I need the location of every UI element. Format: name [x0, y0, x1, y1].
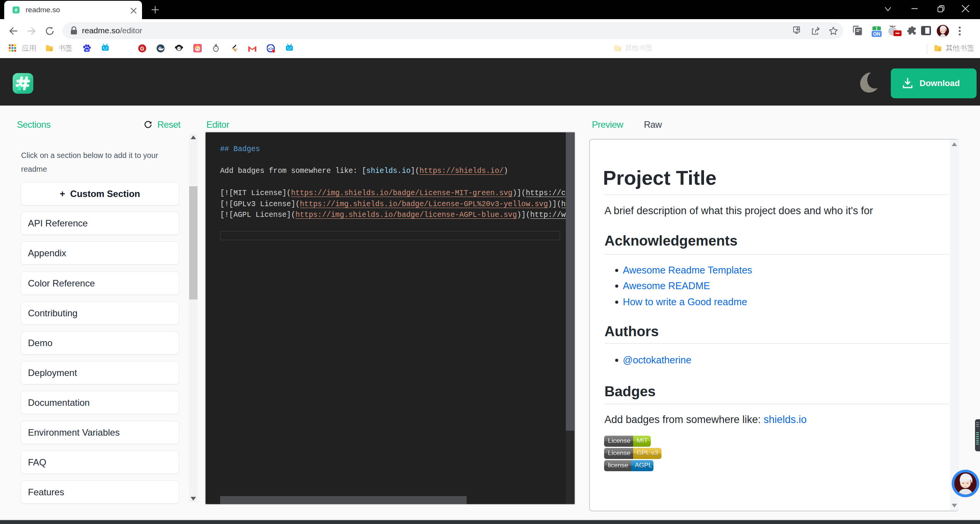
svg-text:#: # — [15, 7, 18, 13]
svg-text:G: G — [140, 46, 144, 52]
svg-text:ON: ON — [873, 31, 880, 37]
svg-text:du: du — [85, 49, 88, 51]
